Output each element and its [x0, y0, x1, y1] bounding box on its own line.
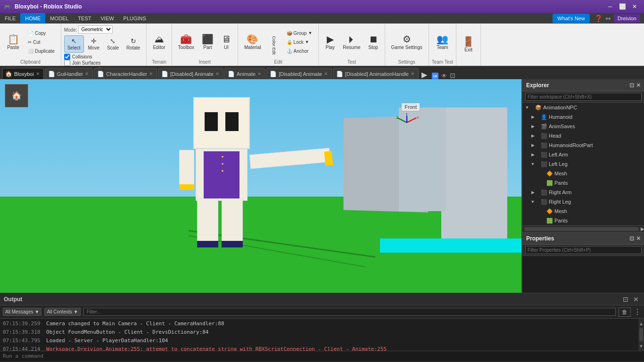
clear-output-button[interactable]: 🗑 [619, 307, 631, 317]
tree-item-head[interactable]: ▶ ⬛ Head [522, 131, 644, 140]
explorer-hscroll[interactable]: ▶ [522, 225, 644, 232]
minimize-button[interactable]: ─ [604, 2, 616, 11]
menu-model[interactable]: MODEL [45, 13, 73, 23]
game-settings-button[interactable]: ⚙ Game Settings [388, 32, 426, 52]
resume-button[interactable]: ⏵ Resume [339, 32, 363, 52]
explorer-close-icon[interactable]: ✕ [636, 82, 641, 89]
expand-animation-npc[interactable]: ▼ [524, 105, 530, 110]
join-surfaces-checkbox[interactable] [64, 60, 70, 66]
rotate-button[interactable]: ↻ Rotate [123, 35, 143, 53]
tree-item-pants-rl[interactable]: 🟩 Pants [522, 216, 644, 225]
team-button[interactable]: 👥 Team [433, 32, 452, 52]
tab-char-handler-close[interactable]: ✕ [149, 71, 153, 76]
menu-home[interactable]: HOME [20, 13, 45, 23]
tab-bloxyboi[interactable]: 🏠 Bloxyboi ✕ [2, 68, 44, 79]
group-button[interactable]: 📦 Group ▼ [283, 29, 316, 37]
whats-new-button[interactable]: What's New [553, 14, 589, 23]
user-button[interactable]: Dreivion [614, 14, 640, 23]
paste-button[interactable]: 📋 Paste [3, 32, 24, 52]
mode-dropdown[interactable]: Geometric [78, 25, 113, 33]
copy-button[interactable]: 📄 Copy [25, 29, 58, 37]
tab-animate-1-close[interactable]: ✕ [215, 71, 219, 76]
tree-item-animation-npc[interactable]: ▼ 📦 AnimationNPC [522, 103, 644, 112]
expand-right-leg[interactable]: ▼ [530, 199, 536, 205]
output-filter-input[interactable] [83, 308, 616, 316]
explorer-filter-input[interactable] [525, 93, 642, 101]
ui-button[interactable]: 🖥 UI [218, 32, 235, 52]
tab-expand-icon[interactable]: ⊡ [450, 72, 455, 79]
all-contexts-dropdown[interactable]: All Contexts ▼ [44, 308, 80, 316]
output-expand-button[interactable]: ⊡ [621, 296, 630, 303]
tree-item-left-arm[interactable]: ▶ ⬛ Left Arm [522, 150, 644, 159]
tree-item-pants-ll[interactable]: 🟩 Pants [522, 178, 644, 188]
tab-anim-handle-close[interactable]: ✕ [411, 71, 414, 76]
material-button[interactable]: 🎨 Material [241, 32, 264, 52]
cut-button[interactable]: ✂ Cut [25, 38, 58, 46]
command-input[interactable] [3, 353, 641, 359]
tree-item-humanoid-root[interactable]: ▶ ⬛ HumanoidRootPart [522, 140, 644, 150]
expand-anim-saves[interactable]: ▶ [530, 123, 536, 129]
close-button[interactable]: ✕ [629, 2, 640, 11]
duplicate-button[interactable]: ⬜ Duplicate [25, 47, 58, 55]
expand-left-leg[interactable]: ▼ [530, 161, 536, 167]
scroll-up-btn[interactable]: ▲ [638, 319, 644, 328]
viewport[interactable]: Front X Z Y 🏠 [0, 79, 521, 293]
move-button[interactable]: ✛ Move [85, 35, 103, 53]
tree-item-left-leg[interactable]: ▼ ⬛ Left Leg [522, 159, 644, 169]
properties-expand-icon[interactable]: ⊡ [629, 235, 634, 242]
select-button[interactable]: ↖ Select [64, 35, 84, 53]
all-messages-dropdown[interactable]: All Messages ▼ [3, 308, 41, 316]
tab-anim-handle[interactable]: 📄 [Disabled] AnimationHandle ✕ [333, 68, 419, 79]
editor-button[interactable]: ⛰ Editor [149, 32, 168, 52]
properties-filter-input[interactable] [525, 246, 642, 254]
expand-humanoid[interactable]: ▶ [530, 114, 536, 120]
tab-bloxyboi-close[interactable]: ✕ [36, 71, 40, 76]
tab-char-handler[interactable]: 📄 CharacterHandler ✕ [94, 68, 157, 79]
tree-item-anim-saves[interactable]: ▶ 🎬 AnimSaves [522, 122, 644, 131]
output-options-button[interactable]: ⋮ [634, 307, 641, 316]
expand-right-arm[interactable]: ▶ [530, 189, 536, 195]
tab-animate-3[interactable]: 📄 [Disabled] Animate ✕ [266, 68, 332, 79]
viewport-thumbnail[interactable]: 🏠 [5, 84, 28, 107]
play-button[interactable]: ▶ Play [322, 32, 339, 52]
menu-test[interactable]: TEST [73, 13, 96, 23]
tree-item-mesh-rl[interactable]: 🔶 Mesh [522, 206, 644, 216]
collisions-checkbox-row[interactable]: Collisions [64, 54, 144, 60]
menu-file[interactable]: FILE [0, 13, 20, 23]
share-icon[interactable]: ⇿ [605, 15, 611, 22]
tab-eye-icon[interactable]: 👁 [441, 73, 447, 79]
lock-button[interactable]: 🔒 Lock ▼ [283, 38, 316, 46]
tree-item-mesh-ll[interactable]: 🔶 Mesh [522, 169, 644, 178]
properties-close-icon[interactable]: ✕ [636, 235, 641, 242]
tab-animate-1[interactable]: 📄 [Disabled] Animate ✕ [158, 68, 223, 79]
tabs-more-button[interactable]: ▶ [420, 70, 429, 79]
menu-view[interactable]: VIEW [96, 13, 118, 23]
menu-plugins[interactable]: PLUGINS [119, 13, 151, 23]
tree-item-right-arm[interactable]: ▶ ⬛ Right Arm [522, 188, 644, 197]
explorer-expand-icon[interactable]: ⊡ [629, 82, 634, 89]
output-scrollbar[interactable]: ▲ ▼ [638, 319, 644, 351]
expand-head[interactable]: ▶ [530, 133, 536, 139]
stop-button[interactable]: ⏹ Stop [365, 32, 382, 52]
tab-gui-handler[interactable]: 📄 GuiHandler ✕ [45, 68, 93, 79]
explorer-scroll-right[interactable]: ▶ [641, 226, 644, 231]
tab-animate-2-close[interactable]: ✕ [257, 71, 261, 76]
toolbox-button[interactable]: 🧰 Toolbox [175, 32, 198, 52]
tree-item-right-leg[interactable]: ▼ ⬛ Right Leg [522, 197, 644, 206]
tab-animate-2[interactable]: 📄 Animate ✕ [224, 68, 265, 79]
tab-animate-3-close[interactable]: ✕ [324, 71, 328, 76]
maximize-button[interactable]: ⬜ [617, 2, 628, 11]
help-icon[interactable]: ❓ [594, 15, 603, 22]
scale-button[interactable]: ⤡ Scale [104, 35, 122, 53]
tab-gui-handler-close[interactable]: ✕ [85, 71, 89, 76]
output-close-button[interactable]: ✕ [632, 296, 640, 303]
expand-humanoid-root[interactable]: ▶ [530, 142, 536, 148]
scroll-down-btn[interactable]: ▼ [638, 341, 644, 351]
join-surfaces-checkbox-row[interactable]: Join Surfaces [64, 60, 144, 66]
color-edit-button[interactable]: Color Edit [265, 28, 282, 56]
exit-button[interactable]: 🚪 Exit [459, 34, 478, 55]
expand-left-arm[interactable]: ▶ [530, 152, 536, 157]
part-button[interactable]: ⬛ Part [198, 32, 217, 52]
tree-item-humanoid[interactable]: ▶ 👤 Humanoid [522, 112, 644, 122]
collisions-checkbox[interactable] [64, 54, 70, 60]
